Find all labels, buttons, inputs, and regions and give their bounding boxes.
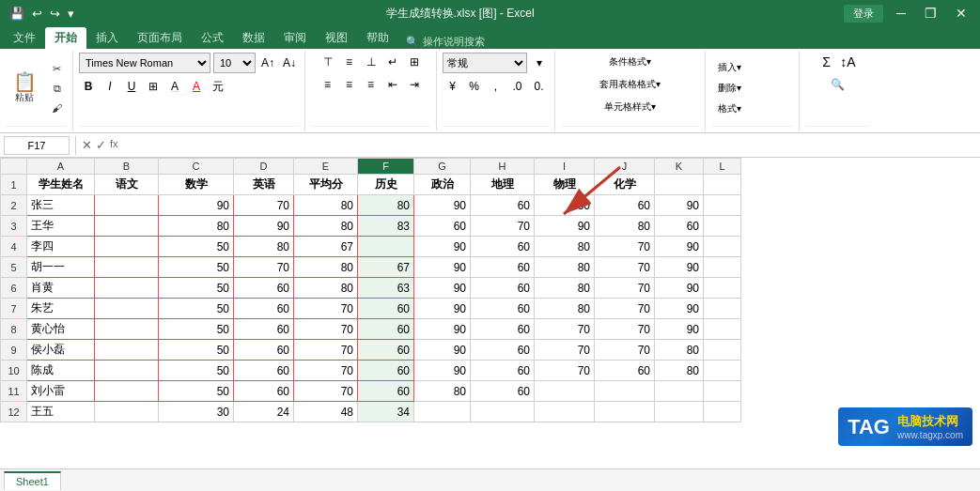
data-cell[interactable]: 60 <box>234 361 294 381</box>
data-cell[interactable]: 黄心怡 <box>27 319 95 340</box>
merge-button[interactable]: ⊞ <box>405 53 424 71</box>
data-cell[interactable] <box>704 361 741 381</box>
data-cell[interactable] <box>535 402 595 422</box>
row-header[interactable]: 5 <box>1 257 27 278</box>
col-header-c[interactable]: C <box>159 159 234 175</box>
row-header[interactable]: 3 <box>1 216 27 237</box>
data-cell[interactable] <box>704 278 741 299</box>
tab-file[interactable]: 文件 <box>4 27 45 49</box>
col-header-j[interactable]: J <box>595 159 655 175</box>
data-cell[interactable] <box>655 402 704 422</box>
data-cell[interactable]: 50 <box>159 257 234 278</box>
data-cell[interactable] <box>95 402 159 422</box>
restore-button[interactable]: ❐ <box>919 6 942 21</box>
formula-input[interactable] <box>122 136 976 155</box>
data-cell[interactable]: 60 <box>358 340 414 361</box>
data-cell[interactable]: 50 <box>159 361 234 381</box>
row-header[interactable]: 1 <box>1 175 27 195</box>
data-cell[interactable]: 80 <box>294 216 358 237</box>
data-cell[interactable]: 90 <box>414 195 471 216</box>
data-cell[interactable] <box>95 361 159 381</box>
data-cell[interactable] <box>95 257 159 278</box>
increase-decimal-button[interactable]: .0 <box>508 77 527 96</box>
data-cell[interactable]: 70 <box>234 257 294 278</box>
data-cell[interactable]: 90 <box>655 257 704 278</box>
comma-button[interactable]: , <box>487 77 506 96</box>
data-cell[interactable]: 83 <box>358 216 414 237</box>
col-header-a[interactable]: A <box>27 159 95 175</box>
data-cell[interactable]: 50 <box>159 319 234 340</box>
data-cell[interactable]: 60 <box>234 381 294 402</box>
confirm-formula-icon[interactable]: ✓ <box>96 138 106 152</box>
data-cell[interactable]: 60 <box>234 299 294 319</box>
data-cell[interactable]: 70 <box>471 216 535 237</box>
data-cell[interactable]: 肖黄 <box>27 278 95 299</box>
data-cell[interactable]: 80 <box>294 195 358 216</box>
fill-color-button[interactable]: A <box>165 77 184 96</box>
align-bottom-button[interactable]: ⊥ <box>362 53 381 71</box>
data-cell[interactable]: 60 <box>414 216 471 237</box>
paste-button[interactable]: 📋 粘贴 <box>6 69 43 107</box>
format-button[interactable]: 格式▾ <box>711 100 748 118</box>
data-cell[interactable]: 60 <box>471 381 535 402</box>
data-cell[interactable]: 60 <box>358 381 414 402</box>
data-cell[interactable]: 刘小雷 <box>27 381 95 402</box>
undo-icon[interactable]: ↩ <box>30 7 44 21</box>
percent-button[interactable]: % <box>465 77 484 96</box>
header-cell[interactable]: 学生姓名 <box>27 175 95 195</box>
data-cell[interactable]: 30 <box>159 402 234 422</box>
data-cell[interactable] <box>95 319 159 340</box>
currency-button[interactable]: ¥ <box>443 77 462 96</box>
data-cell[interactable]: 80 <box>294 257 358 278</box>
data-cell[interactable]: 67 <box>358 257 414 278</box>
data-cell[interactable]: 90 <box>414 340 471 361</box>
data-cell[interactable]: 80 <box>414 381 471 402</box>
row-header[interactable]: 4 <box>1 237 27 257</box>
data-cell[interactable]: 朱艺 <box>27 299 95 319</box>
data-cell[interactable]: 60 <box>234 319 294 340</box>
data-cell[interactable]: 70 <box>294 319 358 340</box>
data-cell[interactable]: 80 <box>595 216 655 237</box>
align-right-button[interactable]: ≡ <box>362 75 381 94</box>
spreadsheet-wrapper[interactable]: A B C D E F G H I J K L 1学生姓名语文数学英语平均分历史… <box>0 158 980 468</box>
data-cell[interactable] <box>704 402 741 422</box>
sheet-tab-sheet1[interactable]: Sheet1 <box>4 471 61 490</box>
data-cell[interactable]: 李四 <box>27 237 95 257</box>
col-header-d[interactable]: D <box>234 159 294 175</box>
data-cell[interactable]: 70 <box>294 361 358 381</box>
data-cell[interactable]: 90 <box>414 299 471 319</box>
col-header-b[interactable]: B <box>95 159 159 175</box>
tab-formula[interactable]: 公式 <box>192 27 233 49</box>
data-cell[interactable]: 80 <box>159 216 234 237</box>
number-format-select[interactable]: 常规 <box>443 53 527 73</box>
data-cell[interactable]: 70 <box>595 299 655 319</box>
data-cell[interactable] <box>95 299 159 319</box>
data-cell[interactable] <box>414 402 471 422</box>
bold-button[interactable]: B <box>79 77 98 96</box>
data-cell[interactable]: 24 <box>234 402 294 422</box>
data-cell[interactable]: 90 <box>414 319 471 340</box>
col-header-i[interactable]: I <box>535 159 595 175</box>
data-cell[interactable]: 陈成 <box>27 361 95 381</box>
col-header-k[interactable]: K <box>655 159 704 175</box>
data-cell[interactable]: 70 <box>595 278 655 299</box>
data-cell[interactable]: 80 <box>358 195 414 216</box>
increase-font-button[interactable]: A↑ <box>258 54 277 72</box>
format-painter-button[interactable]: 🖌 <box>47 100 67 116</box>
align-left-button[interactable]: ≡ <box>319 75 337 94</box>
tab-home[interactable]: 开始 <box>45 27 86 49</box>
header-cell[interactable] <box>704 175 741 195</box>
data-cell[interactable]: 70 <box>535 340 595 361</box>
data-cell[interactable]: 70 <box>595 340 655 361</box>
data-cell[interactable]: 60 <box>471 257 535 278</box>
font-size-select[interactable]: 10 <box>213 53 256 73</box>
data-cell[interactable]: 60 <box>471 195 535 216</box>
minimize-button[interactable]: ─ <box>891 6 911 21</box>
data-cell[interactable]: 90 <box>414 361 471 381</box>
align-center-button[interactable]: ≡ <box>340 75 359 94</box>
col-header-f[interactable]: F <box>358 159 414 175</box>
wrap-text-button[interactable]: ↵ <box>383 53 402 71</box>
border-button[interactable]: ⊞ <box>144 77 163 96</box>
customize-icon[interactable]: ▾ <box>66 7 76 21</box>
col-header-g[interactable]: G <box>414 159 471 175</box>
